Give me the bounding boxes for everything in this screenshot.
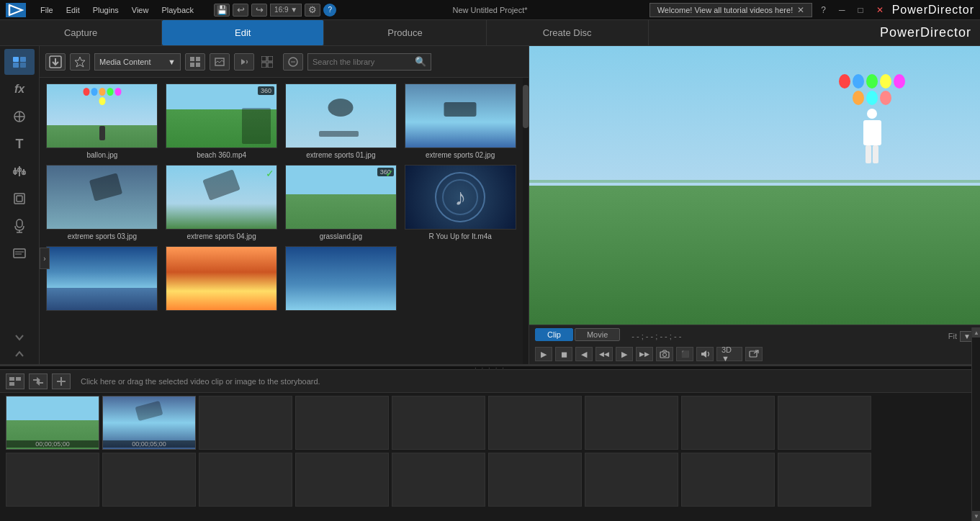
media-item-grassland[interactable]: 360 ✓ grassland.jpg [284,165,398,240]
add-audio-btn[interactable] [52,373,71,389]
tool-audio-mixer[interactable] [4,158,35,184]
storyboard-cell-17[interactable] [681,453,775,507]
aspect-ratio[interactable]: 16:9 ▼ [270,4,302,17]
storyboard-cell-13[interactable] [295,453,389,507]
movie-tab[interactable]: Movie [575,328,620,341]
menu-playback[interactable]: Playback [156,4,199,16]
menu-file[interactable]: File [35,4,59,16]
storyboard-cell-9[interactable] [778,396,871,450]
storyboard-cell-2[interactable]: 00;00;05;00 [102,396,196,450]
svg-rect-4 [13,63,19,68]
tool-subtitle[interactable] [4,240,35,266]
storyboard-cell-18[interactable] [778,453,871,507]
storyboard-swap-btn[interactable] [29,373,48,389]
tab-edit[interactable]: Edit [162,20,324,45]
prev-frame-btn[interactable]: ◀ [575,347,593,361]
sb-scroll-up-btn[interactable]: ▲ [972,327,980,337]
media-item-extreme2[interactable]: extreme sports 02.jpg [403,83,517,159]
expand-up-btn[interactable] [13,349,26,361]
volume-btn[interactable] [696,347,714,361]
redo-btn[interactable]: ↪ [251,4,267,17]
media-grid-scrollbar[interactable] [523,78,529,364]
storyboard-cell-1[interactable]: 00;00;05;00 [6,396,99,450]
storyboard-cell-5[interactable] [392,396,485,450]
media-item-extreme3[interactable]: extreme sports 03.jpg [45,165,159,240]
tool-media[interactable] [4,49,35,75]
scroll-thumb[interactable] [523,85,529,128]
media-item-music[interactable]: ♪ R You Up for It.m4a [403,165,517,240]
menu-view[interactable]: View [126,4,155,16]
media-item-beach[interactable]: 360 beach 360.mp4 [165,83,279,159]
media-thumb-extreme2 [405,83,516,148]
tool-fx[interactable]: fx [4,76,35,102]
storyboard-cell-14[interactable] [392,453,485,507]
tool-mic[interactable] [4,213,35,239]
view-photos-btn[interactable] [210,53,230,71]
media-item-row3b[interactable]: ... [165,246,279,322]
svg-rect-30 [261,56,266,61]
media-label: extreme sports 02.jpg [426,151,495,159]
view-audio-btn[interactable] [234,53,254,71]
panel-collapse-btn[interactable]: › [40,248,50,269]
storyboard-cell-7[interactable] [585,396,678,450]
view-grid-btn[interactable] [185,53,205,71]
svg-rect-25 [190,57,194,61]
next-frame-btn[interactable]: ▶ [616,347,633,361]
filter-btn[interactable] [283,53,303,71]
search-box[interactable]: 🔍 [307,53,431,71]
storyboard-cell-15[interactable] [488,453,582,507]
magic-movie-btn[interactable] [70,53,90,71]
tab-create-disc[interactable]: Create Disc [487,20,649,45]
play-btn[interactable]: ▶ [535,347,552,361]
collapse-down-btn[interactable] [13,332,26,345]
import-media-btn[interactable] [45,53,66,71]
media-type-dropdown[interactable]: Media Content ▼ [94,53,181,71]
media-item-row3c[interactable]: ... [284,246,398,322]
win-help-btn[interactable]: ? [817,4,830,17]
music-note-icon: ♪ [454,184,466,211]
rewind-btn[interactable]: ◀◀ [595,347,613,361]
storyboard-cell-12[interactable] [199,453,292,507]
media-item-extreme4[interactable]: ✓ extreme sports 04.jpg [165,165,279,240]
tool-composite[interactable] [4,186,35,212]
tool-text[interactable]: T [4,131,35,157]
help-circle[interactable]: ? [323,4,336,17]
storyboard-cell-6[interactable] [488,396,582,450]
settings-btn[interactable]: ⚙ [305,4,320,17]
tab-capture[interactable]: Capture [0,20,162,45]
fastforward-btn[interactable]: ▶▶ [636,347,653,361]
media-item-extreme1[interactable]: extreme sports 01.jpg [284,83,398,159]
win-maximize-btn[interactable]: □ [853,4,867,17]
storyboard-cell-4[interactable] [295,396,389,450]
preview-area [529,46,980,325]
storyboard-cell-16[interactable] [585,453,678,507]
media-label: ... [338,314,343,322]
welcome-close-btn[interactable]: ✕ [797,5,804,15]
sb-scroll-down-btn[interactable]: ▼ [972,511,980,521]
undo-btn[interactable]: ↩ [233,4,248,17]
win-minimize-btn[interactable]: ─ [835,4,850,17]
stop-btn[interactable]: ◼ [555,347,572,361]
storyboard-scrollbar[interactable]: ▲ ▼ [971,327,980,521]
snapshot-btn[interactable] [656,347,673,361]
storyboard-cell-3[interactable] [199,396,292,450]
save-btn[interactable]: 💾 [214,4,230,17]
storyboard-view-btn[interactable] [6,373,24,389]
storyboard-cell-11[interactable] [102,453,196,507]
media-item-balloon[interactable]: ballon.jpg [45,83,159,159]
threed-btn[interactable]: 3D ▼ [716,347,742,361]
subtitle-btn[interactable]: ⬛ [676,347,693,361]
clip-tab[interactable]: Clip [535,328,573,341]
tab-produce[interactable]: Produce [324,20,486,45]
popout-btn[interactable] [745,347,763,361]
menu-plugins[interactable]: Plugins [87,4,125,16]
media-thumb-grassland: 360 ✓ [285,165,397,230]
search-input[interactable] [313,58,412,66]
tool-transform[interactable] [4,104,35,130]
storyboard-cell-10[interactable] [6,453,99,507]
grid-size-btn[interactable] [259,53,276,71]
menu-edit[interactable]: Edit [60,4,86,16]
storyboard-cell-8[interactable] [681,396,775,450]
media-item-row3a[interactable]: ... [45,246,159,322]
win-close-btn[interactable]: ✕ [872,4,888,17]
